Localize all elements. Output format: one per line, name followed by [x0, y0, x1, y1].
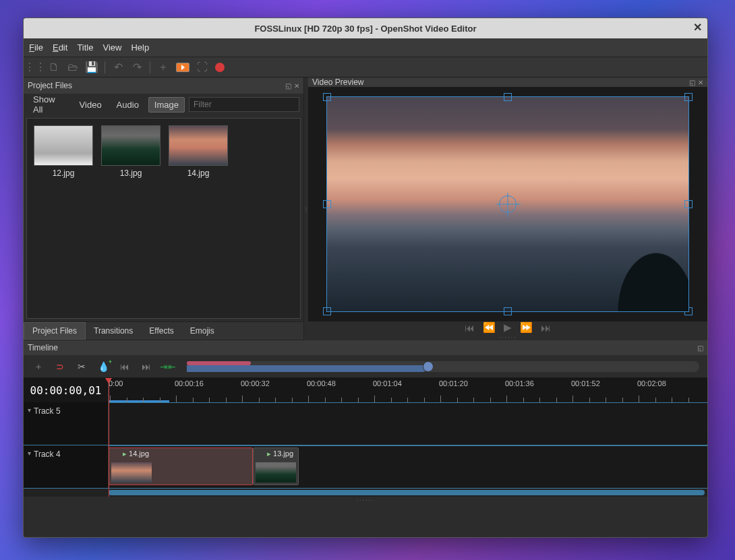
open-file-icon[interactable]: 🗁: [67, 61, 79, 73]
zoom-slider[interactable]: [187, 361, 699, 372]
resize-handle[interactable]: [504, 93, 512, 101]
timecode-display[interactable]: 00:00:00,01: [24, 378, 109, 402]
timeline-clip[interactable]: 14.jpg: [109, 447, 253, 485]
add-track-icon[interactable]: +: [32, 360, 45, 373]
ruler-tick: [275, 398, 276, 402]
import-icon[interactable]: +: [157, 61, 169, 73]
file-thumbnail: [101, 125, 160, 166]
clip-label: 14.jpg: [123, 449, 149, 458]
file-grid[interactable]: 12.jpg 13.jpg 14.jpg: [26, 118, 301, 319]
resize-handle[interactable]: [684, 307, 693, 315]
prev-marker-icon[interactable]: ⏮: [118, 360, 131, 373]
panel-close-icon[interactable]: ✕: [294, 82, 299, 90]
timeline-scrollbar[interactable]: [24, 489, 707, 497]
next-marker-icon[interactable]: ⏭: [140, 360, 153, 373]
filter-tab-video[interactable]: Video: [74, 98, 107, 112]
resize-handle[interactable]: [684, 200, 693, 208]
file-name: 12.jpg: [53, 168, 75, 178]
preview-area[interactable]: [308, 87, 707, 321]
resize-handle[interactable]: [323, 200, 331, 208]
tab-transitions[interactable]: Transitions: [86, 323, 141, 339]
titlebar[interactable]: FOSSLinux [HD 720p 30 fps] - OpenShot Vi…: [24, 18, 707, 38]
ruler-tick: [506, 396, 507, 402]
file-item[interactable]: 14.jpg: [169, 125, 228, 311]
timeline-clip[interactable]: 13.jpg: [253, 447, 299, 485]
menu-file[interactable]: File: [29, 42, 43, 53]
preview-frame[interactable]: [326, 96, 689, 312]
zoom-track-fill: [187, 365, 426, 372]
profile-icon[interactable]: [176, 63, 189, 72]
filter-input[interactable]: [189, 97, 299, 112]
ruler-tick: [391, 398, 392, 402]
timeline-tracks: ▾Track 5▾Track 414.jpg13.jpg: [24, 402, 707, 489]
tab-effects[interactable]: Effects: [141, 323, 181, 339]
file-item[interactable]: 13.jpg: [101, 125, 160, 311]
track-row: ▾Track 414.jpg13.jpg: [24, 445, 707, 489]
menu-view[interactable]: View: [102, 42, 121, 53]
file-item[interactable]: 12.jpg: [34, 125, 93, 311]
file-name: 14.jpg: [187, 168, 210, 178]
track-lane[interactable]: [109, 402, 707, 445]
menu-help[interactable]: Help: [131, 42, 149, 53]
bottom-splitter[interactable]: ······: [24, 497, 707, 505]
add-marker-icon[interactable]: 💧: [96, 360, 110, 373]
file-name: 13.jpg: [120, 168, 142, 178]
redo-icon[interactable]: ↷: [131, 61, 143, 73]
scrollbar-thumb[interactable]: [109, 490, 705, 495]
clip-label: 13.jpg: [267, 449, 293, 458]
ruler-tick: [226, 398, 227, 402]
center-playhead-icon[interactable]: ⇥⇤: [161, 360, 175, 373]
undock-icon[interactable]: ◱: [285, 82, 291, 90]
ruler-tick: [473, 398, 474, 402]
undock-icon[interactable]: ◱: [697, 344, 703, 352]
ruler-tick: [457, 398, 458, 402]
resize-handle[interactable]: [684, 93, 693, 101]
zoom-slider-knob[interactable]: [423, 361, 434, 372]
menu-title[interactable]: Title: [77, 42, 93, 53]
track-lane[interactable]: 14.jpg13.jpg: [109, 445, 707, 488]
resize-handle[interactable]: [323, 307, 331, 315]
tab-emojis[interactable]: Emojis: [182, 323, 223, 339]
close-icon[interactable]: ✕: [693, 21, 702, 34]
snap-magnet-icon[interactable]: ⊃: [53, 360, 67, 373]
fast-forward-icon[interactable]: ⏩: [520, 321, 533, 334]
save-icon[interactable]: 💾: [86, 61, 98, 73]
menu-edit[interactable]: Edit: [53, 42, 67, 53]
undo-icon[interactable]: ↶: [112, 61, 124, 73]
ruler-tick: [639, 396, 639, 402]
chevron-down-icon[interactable]: ▾: [28, 406, 31, 414]
filter-tab-audio[interactable]: Audio: [111, 98, 144, 112]
app-window: FOSSLinux [HD 720p 30 fps] - OpenShot Vi…: [23, 18, 708, 538]
track-name: Track 5: [34, 406, 61, 416]
track-row: ▾Track 5: [24, 402, 707, 445]
center-crosshair-icon[interactable]: [499, 195, 517, 213]
track-label[interactable]: ▾Track 5: [24, 402, 109, 445]
file-thumbnail: [34, 125, 93, 166]
project-files-title: Project Files: [28, 81, 72, 90]
filter-tab-image[interactable]: Image: [148, 97, 185, 113]
play-icon[interactable]: ▶: [504, 321, 512, 334]
project-files-header: Project Files ◱ ✕: [24, 77, 303, 94]
filter-tab-showall[interactable]: Show All: [28, 92, 70, 117]
playhead[interactable]: [109, 378, 109, 497]
undock-icon[interactable]: ◱: [689, 79, 695, 86]
razor-scissors-icon[interactable]: ✂: [75, 360, 88, 373]
grip-icon[interactable]: ⋮⋮: [29, 61, 41, 73]
jump-end-icon[interactable]: ⏭: [541, 322, 551, 334]
preview-title: Video Preview: [312, 77, 364, 87]
rewind-icon[interactable]: ⏪: [483, 321, 496, 334]
resize-handle[interactable]: [504, 307, 512, 315]
timeline-ruler[interactable]: 0:0000:00:1600:00:3200:00:4800:01:0400:0…: [109, 378, 707, 402]
panel-close-icon[interactable]: ✕: [698, 79, 703, 86]
ruler-label: 00:02:08: [637, 379, 666, 387]
tab-project-files[interactable]: Project Files: [24, 322, 86, 340]
ruler-tick: [655, 398, 656, 402]
new-file-icon[interactable]: 🗋: [48, 61, 60, 73]
fullscreen-icon[interactable]: ⛶: [196, 61, 208, 73]
export-icon[interactable]: [215, 63, 225, 72]
track-label[interactable]: ▾Track 4: [24, 445, 109, 488]
horizontal-splitter[interactable]: ······: [308, 334, 707, 340]
jump-start-icon[interactable]: ⏮: [465, 322, 475, 334]
resize-handle[interactable]: [323, 93, 331, 101]
chevron-down-icon[interactable]: ▾: [28, 449, 31, 457]
